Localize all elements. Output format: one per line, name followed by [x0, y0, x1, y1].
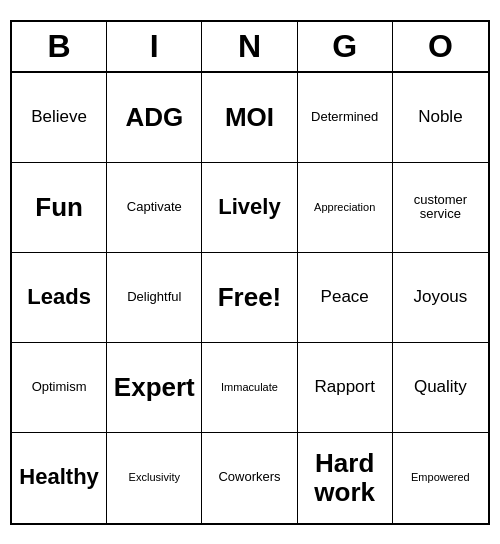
cell-text: Empowered [411, 471, 470, 483]
cell-text: Determined [311, 110, 378, 124]
bingo-cell: Exclusivity [107, 433, 202, 523]
bingo-cell: Determined [298, 73, 393, 163]
header-letter: B [12, 22, 107, 71]
header-letter: I [107, 22, 202, 71]
cell-text: Free! [218, 283, 282, 312]
bingo-cell: MOI [202, 73, 297, 163]
cell-text: Expert [114, 373, 195, 402]
bingo-cell: Rapport [298, 343, 393, 433]
cell-text: Coworkers [218, 470, 280, 484]
bingo-cell: Hard work [298, 433, 393, 523]
bingo-cell: Quality [393, 343, 488, 433]
cell-text: MOI [225, 103, 274, 132]
bingo-header: BINGO [12, 22, 488, 73]
cell-text: Joyous [413, 288, 467, 307]
header-letter: O [393, 22, 488, 71]
bingo-cell: Healthy [12, 433, 107, 523]
bingo-cell: Leads [12, 253, 107, 343]
cell-text: Lively [218, 195, 280, 219]
cell-text: Fun [35, 193, 83, 222]
bingo-cell: Peace [298, 253, 393, 343]
bingo-cell: Believe [12, 73, 107, 163]
cell-text: Immaculate [221, 381, 278, 393]
cell-text: Delightful [127, 290, 181, 304]
bingo-cell: Captivate [107, 163, 202, 253]
cell-text: Hard work [302, 449, 388, 506]
bingo-cell: Immaculate [202, 343, 297, 433]
cell-text: Noble [418, 108, 462, 127]
bingo-cell: Coworkers [202, 433, 297, 523]
bingo-cell: Appreciation [298, 163, 393, 253]
cell-text: Rapport [314, 378, 374, 397]
bingo-cell: Noble [393, 73, 488, 163]
cell-text: Believe [31, 108, 87, 127]
cell-text: Exclusivity [129, 471, 180, 483]
cell-text: Peace [321, 288, 369, 307]
bingo-cell: ADG [107, 73, 202, 163]
cell-text: ADG [125, 103, 183, 132]
cell-text: Healthy [19, 465, 98, 489]
bingo-grid: BelieveADGMOIDeterminedNobleFunCaptivate… [12, 73, 488, 523]
cell-text: Leads [27, 285, 91, 309]
cell-text: Optimism [32, 380, 87, 394]
cell-text: Quality [414, 378, 467, 397]
bingo-cell: customer service [393, 163, 488, 253]
bingo-cell: Delightful [107, 253, 202, 343]
header-letter: G [298, 22, 393, 71]
cell-text: Captivate [127, 200, 182, 214]
bingo-cell: Fun [12, 163, 107, 253]
bingo-cell: Free! [202, 253, 297, 343]
bingo-cell: Optimism [12, 343, 107, 433]
bingo-cell: Expert [107, 343, 202, 433]
header-letter: N [202, 22, 297, 71]
bingo-cell: Empowered [393, 433, 488, 523]
cell-text: Appreciation [314, 201, 375, 213]
bingo-cell: Lively [202, 163, 297, 253]
bingo-card: BINGO BelieveADGMOIDeterminedNobleFunCap… [10, 20, 490, 525]
bingo-cell: Joyous [393, 253, 488, 343]
cell-text: customer service [397, 193, 484, 222]
